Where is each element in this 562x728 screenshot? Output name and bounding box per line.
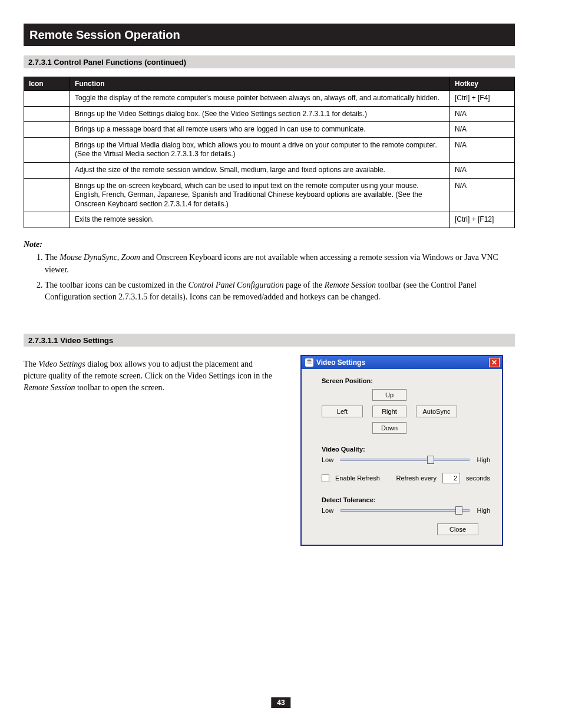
- cell-hotkey: N/A: [450, 178, 515, 212]
- note-item: The toolbar icons can be customized in t…: [45, 279, 515, 304]
- screen-position-label: Screen Position:: [322, 377, 490, 384]
- section-control-panel: 2.7.3.1 Control Panel Functions (continu…: [24, 55, 515, 68]
- page-number: 43: [271, 697, 290, 708]
- cell-function: Toggle the display of the remote compute…: [70, 91, 450, 107]
- refresh-row: Enable Refresh Refresh every 2 seconds: [322, 473, 490, 483]
- video-settings-text: The Video Settings dialog box allows you…: [24, 358, 277, 393]
- refresh-every-pre: Refresh every: [396, 475, 437, 482]
- detect-tolerance-label: Detect Tolerance:: [322, 496, 490, 503]
- cell-icon: [24, 106, 70, 122]
- dialog-title-text: Video Settings: [316, 358, 365, 367]
- screen-position-grid: Up Left Right AutoSync Down: [322, 388, 475, 435]
- section-video-settings: 2.7.3.1.1 Video Settings: [24, 334, 515, 347]
- dt-low-label: Low: [322, 507, 333, 514]
- notes-label: Note:: [24, 240, 42, 249]
- detect-tolerance-slider[interactable]: [340, 509, 470, 512]
- cell-hotkey: N/A: [450, 106, 515, 122]
- video-quality-thumb[interactable]: [427, 456, 434, 464]
- table-row: Exits the remote session.[Ctrl] + [F12]: [24, 212, 515, 228]
- cell-icon: [24, 91, 70, 107]
- video-settings-row: The Video Settings dialog box allows you…: [24, 355, 515, 546]
- cell-hotkey: [Ctrl] + [F12]: [450, 212, 515, 228]
- enable-refresh-label: Enable Refresh: [335, 475, 380, 482]
- refresh-unit-label: seconds: [466, 475, 490, 482]
- cell-icon: [24, 137, 70, 162]
- video-quality-slider-row: Low High: [322, 456, 490, 463]
- detect-tolerance-slider-row: Low High: [322, 507, 490, 514]
- cell-icon: [24, 178, 70, 212]
- left-button[interactable]: Left: [322, 406, 363, 417]
- video-quality-slider[interactable]: [340, 459, 470, 461]
- section-video-settings-label: 2.7.3.1.1 Video Settings: [28, 336, 113, 345]
- note-item: The Mouse DynaSync, Zoom and Onscreen Ke…: [45, 252, 515, 276]
- table-row: Brings up a message board that all remot…: [24, 122, 515, 138]
- dialog-close-button[interactable]: Close: [437, 523, 478, 535]
- cell-function: Brings up the Virtual Media dialog box, …: [70, 137, 450, 162]
- cell-hotkey: N/A: [450, 162, 515, 178]
- video-quality-label: Video Quality:: [322, 446, 490, 453]
- down-button[interactable]: Down: [372, 422, 406, 434]
- hotkeys-table: Icon Function Hotkey Toggle the display …: [24, 77, 515, 228]
- vq-low-label: Low: [322, 456, 333, 463]
- cell-function: Brings up a message board that all remot…: [70, 122, 450, 138]
- table-header-row: Icon Function Hotkey: [24, 77, 515, 91]
- header-icon: Icon: [24, 77, 70, 91]
- java-icon: [305, 358, 313, 367]
- dt-high-label: High: [477, 507, 490, 514]
- dialog-titlebar[interactable]: Video Settings ✕: [302, 356, 502, 369]
- table-row: Toggle the display of the remote compute…: [24, 91, 515, 107]
- cell-icon: [24, 162, 70, 178]
- enable-refresh-checkbox[interactable]: [322, 475, 329, 482]
- section-control-panel-label: 2.7.3.1 Control Panel Functions (continu…: [28, 58, 186, 67]
- cell-icon: [24, 212, 70, 228]
- table-row: Brings up the on-screen keyboard, which …: [24, 178, 515, 212]
- refresh-seconds-input[interactable]: 2: [442, 473, 460, 483]
- cell-icon: [24, 122, 70, 138]
- cell-function: Exits the remote session.: [70, 212, 450, 228]
- table-row: Adjust the size of the remote session wi…: [24, 162, 515, 178]
- right-button[interactable]: Right: [372, 406, 406, 417]
- cell-function: Adjust the size of the remote session wi…: [70, 162, 450, 178]
- cell-hotkey: N/A: [450, 137, 515, 162]
- cell-function: Brings up the on-screen keyboard, which …: [70, 178, 450, 212]
- up-button[interactable]: Up: [372, 389, 406, 401]
- autosync-button[interactable]: AutoSync: [416, 406, 457, 417]
- cell-hotkey: N/A: [450, 122, 515, 138]
- cell-hotkey: [Ctrl] + [F4]: [450, 91, 515, 107]
- detect-tolerance-thumb[interactable]: [455, 506, 462, 515]
- close-icon[interactable]: ✕: [489, 358, 500, 367]
- title-text: Remote Session Operation: [29, 28, 180, 42]
- header-function: Function: [70, 77, 450, 91]
- vq-high-label: High: [477, 456, 490, 463]
- table-row: Brings up the Virtual Media dialog box, …: [24, 137, 515, 162]
- title-bar: Remote Session Operation: [24, 24, 515, 46]
- header-hotkey: Hotkey: [450, 77, 515, 91]
- table-row: Brings up the Video Settings dialog box.…: [24, 106, 515, 122]
- notes-block: Note: The Mouse DynaSync, Zoom and Onscr…: [24, 239, 515, 303]
- cell-function: Brings up the Video Settings dialog box.…: [70, 106, 450, 122]
- video-settings-dialog: Video Settings ✕ Screen Position: Up Lef…: [300, 355, 503, 546]
